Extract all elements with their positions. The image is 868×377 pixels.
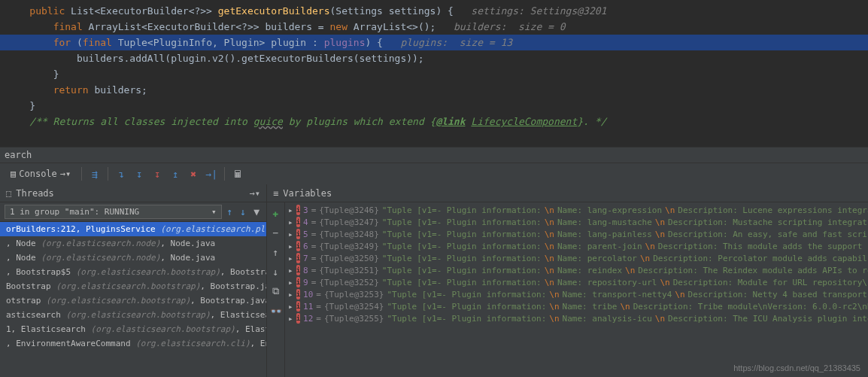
variable-row[interactable]: ▸i7 = {Tuple@3250} "Tuple [v1=- Plugin i… xyxy=(285,252,868,264)
stack-trace-icon[interactable]: ⇶ xyxy=(86,166,103,182)
thread-selector-row: 1 in group "main": RUNNING ▾ ↑ ↓ ▼ xyxy=(0,202,266,222)
code-line-current[interactable]: for (final Tuple<PluginInfo, Plugin> plu… xyxy=(0,35,868,50)
remove-watch-icon[interactable]: − xyxy=(269,225,284,240)
variable-row[interactable]: ▸i12 = {Tuple@3255} "Tuple [v1=- Plugin … xyxy=(285,312,868,324)
step-over-icon[interactable]: ↴ xyxy=(113,166,129,182)
threads-header: ⬚ Threads →▾ xyxy=(0,184,266,202)
threads-pane: ⬚ Threads →▾ 1 in group "main": RUNNING … xyxy=(0,184,267,377)
thread-dropdown[interactable]: 1 in group "main": RUNNING ▾ xyxy=(5,205,222,219)
thread-dropdown-label: 1 in group "main": RUNNING xyxy=(10,207,139,217)
variables-pane: ≡ Variables ✚ − ↑ ↓ ⧉ 👓 ▸i3 = {Tuple@324… xyxy=(267,184,868,377)
stack-frame[interactable]: , Node (org.elasticsearch.node), Node.ja… xyxy=(0,251,266,265)
stack-frame[interactable]: 1, Elasticsearch (org.elasticsearch.boot… xyxy=(0,322,266,336)
stack-frame[interactable]: , EnvironmentAwareCommand (org.elasticse… xyxy=(0,336,266,351)
expand-arrow-icon[interactable]: ▸ xyxy=(288,290,293,299)
array-index-icon: i xyxy=(296,301,300,312)
console-icon: ▤ xyxy=(11,169,16,179)
expand-arrow-icon[interactable]: ▸ xyxy=(288,314,293,324)
variable-row[interactable]: ▸i11 = {Tuple@3254} "Tuple [v1=- Plugin … xyxy=(285,300,868,312)
variables-toolbar: ✚ − ↑ ↓ ⧉ 👓 xyxy=(267,202,285,377)
run-to-cursor-icon[interactable]: →| xyxy=(203,166,220,182)
copy-icon[interactable]: ⧉ xyxy=(269,284,284,299)
array-index-icon: i xyxy=(296,217,300,227)
code-line[interactable]: return builders; xyxy=(0,82,868,98)
watermark: https://blog.csdn.net/qq_21383435 xyxy=(733,363,860,372)
array-index-icon: i xyxy=(296,289,300,299)
expand-arrow-icon[interactable]: ▸ xyxy=(288,217,293,227)
variables-icon: ≡ xyxy=(273,188,278,199)
search-panel-tab[interactable]: earch xyxy=(0,147,868,163)
stack-frame[interactable]: otstrap (org.elasticsearch.bootstrap), B… xyxy=(0,293,266,308)
step-out-icon[interactable]: ↥ xyxy=(167,166,184,182)
variables-title: Variables xyxy=(283,188,332,199)
force-step-into-icon[interactable]: ↧ xyxy=(149,166,165,182)
code-line[interactable]: } xyxy=(0,98,868,114)
evaluate-expression-icon[interactable]: 🖩 xyxy=(229,166,246,182)
variable-row[interactable]: ▸i6 = {Tuple@3249} "Tuple [v1=- Plugin i… xyxy=(285,240,868,252)
add-watch-icon[interactable]: ✚ xyxy=(269,205,284,220)
variables-header: ≡ Variables xyxy=(267,184,868,202)
variable-row[interactable]: ▸i8 = {Tuple@3251} "Tuple [v1=- Plugin i… xyxy=(285,264,868,276)
chevron-down-icon: ▾ xyxy=(211,207,217,217)
pin-icon[interactable]: →▾ xyxy=(250,188,260,199)
code-line[interactable]: } xyxy=(0,66,868,82)
debug-toolbar: ▤ Console →▾ ⇶ ↴ ↧ ↧ ↥ ✖ →| 🖩 xyxy=(0,163,868,184)
array-index-icon: i xyxy=(296,313,300,324)
expand-arrow-icon[interactable]: ▸ xyxy=(288,278,293,287)
stack-frame[interactable]: Bootstrap (org.elasticsearch.bootstrap),… xyxy=(0,279,266,293)
array-index-icon: i xyxy=(296,205,300,215)
inlay-hint: builders: size = 0 xyxy=(454,21,566,32)
search-tab-label: earch xyxy=(5,150,32,160)
expand-arrow-icon[interactable]: ▸ xyxy=(288,302,293,312)
inlay-hint: settings: Settings@3201 xyxy=(471,5,606,17)
variable-row[interactable]: ▸i3 = {Tuple@3246} "Tuple [v1=- Plugin i… xyxy=(285,204,868,216)
code-editor[interactable]: public List<ExecutorBuilder<?>> getExecu… xyxy=(0,0,868,147)
variable-row[interactable]: ▸i5 = {Tuple@3248} "Tuple [v1=- Plugin i… xyxy=(285,228,868,240)
inlay-hint: plugins: size = 13 xyxy=(400,37,512,48)
drop-frame-icon[interactable]: ✖ xyxy=(185,166,202,182)
stack-frame[interactable]: , Bootstrap$5 (org.elasticsearch.bootstr… xyxy=(0,265,266,279)
code-line[interactable]: /** Returns all classes injected into gu… xyxy=(0,114,868,129)
variable-row[interactable]: ▸i4 = {Tuple@3247} "Tuple [v1=- Plugin i… xyxy=(285,216,868,228)
code-line[interactable]: final ArrayList<ExecutorBuilder<?>> buil… xyxy=(0,19,868,35)
variable-row[interactable]: ▸i9 = {Tuple@3252} "Tuple [v1=- Plugin i… xyxy=(285,276,868,288)
expand-arrow-icon[interactable]: ▸ xyxy=(288,266,293,275)
expand-arrow-icon[interactable]: ▸ xyxy=(288,205,293,215)
array-index-icon: i xyxy=(296,253,300,263)
variable-row[interactable]: ▸i10 = {Tuple@3253} "Tuple [v1=- Plugin … xyxy=(285,288,868,300)
separator xyxy=(224,167,225,181)
show-watches-icon[interactable]: 👓 xyxy=(269,303,284,318)
frames-list[interactable]: orBuilders:212, PluginsService (org.elas… xyxy=(0,222,266,377)
expand-arrow-icon[interactable]: ▸ xyxy=(288,242,293,251)
stack-frame[interactable]: , Node (org.elasticsearch.node), Node.ja… xyxy=(0,236,266,251)
separator xyxy=(81,167,82,181)
array-index-icon: i xyxy=(296,229,300,239)
debug-panels: ⬚ Threads →▾ 1 in group "main": RUNNING … xyxy=(0,184,868,377)
prev-frame-icon[interactable]: ↑ xyxy=(225,206,235,217)
array-index-icon: i xyxy=(296,241,300,251)
stack-frame[interactable]: asticsearch (org.elasticsearch.bootstrap… xyxy=(0,308,266,322)
expand-arrow-icon[interactable]: ▸ xyxy=(288,230,293,239)
stack-frame[interactable]: orBuilders:212, PluginsService (org.elas… xyxy=(0,222,266,236)
step-into-icon[interactable]: ↧ xyxy=(131,166,147,182)
separator xyxy=(108,167,108,181)
move-down-icon[interactable]: ↓ xyxy=(269,264,284,279)
array-index-icon: i xyxy=(296,277,300,287)
threads-icon: ⬚ xyxy=(6,188,11,199)
code-line[interactable]: builders.addAll(plugin.v2().getExecutorB… xyxy=(0,50,868,66)
move-up-icon[interactable]: ↑ xyxy=(269,245,284,260)
array-index-icon: i xyxy=(296,265,300,275)
tab-menu-icon[interactable]: →▾ xyxy=(60,169,71,179)
filter-icon[interactable]: ▼ xyxy=(251,206,262,217)
console-tab-label: Console xyxy=(19,169,57,179)
code-line[interactable]: public List<ExecutorBuilder<?>> getExecu… xyxy=(0,3,868,19)
threads-title: Threads xyxy=(16,188,54,199)
next-frame-icon[interactable]: ↓ xyxy=(238,206,248,217)
variables-tree[interactable]: ▸i3 = {Tuple@3246} "Tuple [v1=- Plugin i… xyxy=(285,202,868,377)
console-tab[interactable]: ▤ Console →▾ xyxy=(5,167,77,181)
expand-arrow-icon[interactable]: ▸ xyxy=(288,254,293,263)
